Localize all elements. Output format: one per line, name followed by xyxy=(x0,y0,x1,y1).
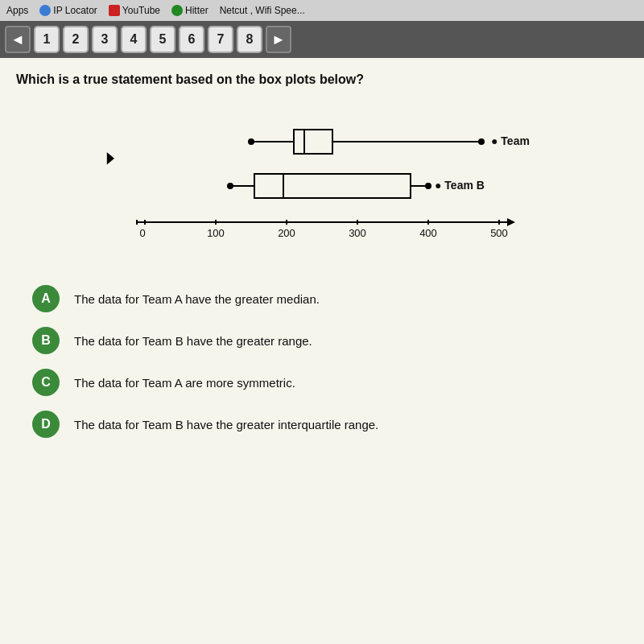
svg-text:200: 200 xyxy=(278,227,295,239)
answer-label-d: The data for Team B have the greater int… xyxy=(74,418,378,431)
svg-rect-10 xyxy=(254,174,411,198)
ip-locator-label: IP Locator xyxy=(53,5,97,16)
svg-text:300: 300 xyxy=(349,227,366,239)
tab-bar: ◄ 1 2 3 4 5 6 7 8 ► xyxy=(0,21,644,58)
tab-5[interactable]: 5 xyxy=(150,26,175,53)
next-tab-button[interactable]: ► xyxy=(266,26,291,53)
svg-text:400: 400 xyxy=(419,227,437,239)
badge-c: C xyxy=(32,369,60,396)
svg-marker-16 xyxy=(507,218,515,226)
svg-point-14 xyxy=(425,183,431,189)
tab-3[interactable]: 3 xyxy=(92,26,118,53)
svg-point-7 xyxy=(478,138,485,145)
answer-row-c[interactable]: C The data for Team A are more symmetric… xyxy=(32,369,628,396)
svg-rect-4 xyxy=(294,130,332,154)
answer-label-c: The data for Team A are more symmetric. xyxy=(74,376,295,390)
netcut-bookmark[interactable]: Netcut , Wifi Spee... xyxy=(220,5,305,16)
ip-locator-icon xyxy=(39,5,51,16)
apps-label: Apps xyxy=(6,5,28,16)
tab-7[interactable]: 7 xyxy=(208,26,233,53)
question-text: Which is a true statement based on the b… xyxy=(16,72,628,87)
hitter-icon xyxy=(171,5,183,16)
youtube-label: YouTube xyxy=(122,5,160,16)
tab-4[interactable]: 4 xyxy=(121,26,147,53)
netcut-label: Netcut , Wifi Spee... xyxy=(220,5,305,16)
answer-row-b[interactable]: B The data for Team B have the greater r… xyxy=(32,327,628,354)
answer-row-a[interactable]: A The data for Team A have the greater m… xyxy=(32,285,628,312)
badge-d: D xyxy=(32,411,60,438)
youtube-icon xyxy=(109,5,120,16)
tab-2[interactable]: 2 xyxy=(63,26,89,53)
hitter-bookmark[interactable]: Hitter xyxy=(171,5,208,16)
answer-row-d[interactable]: D The data for Team B have the greater i… xyxy=(32,411,628,438)
tab-6[interactable]: 6 xyxy=(179,26,204,53)
ip-locator-bookmark[interactable]: IP Locator xyxy=(39,5,97,16)
badge-b: B xyxy=(32,327,60,354)
tab-1[interactable]: 1 xyxy=(34,26,60,53)
youtube-bookmark[interactable]: YouTube xyxy=(109,5,160,16)
answer-label-a: The data for Team A have the greater med… xyxy=(74,292,320,306)
hitter-label: Hitter xyxy=(185,5,208,16)
team-a-label: ● Team A xyxy=(491,134,531,147)
badge-a: A xyxy=(32,285,60,312)
tab-8[interactable]: 8 xyxy=(237,26,262,53)
svg-text:500: 500 xyxy=(490,227,508,239)
main-content: ◀ Which is a true statement based on the… xyxy=(0,58,644,644)
team-b-label: ● Team B xyxy=(435,179,485,192)
bookmarks-bar: Apps IP Locator YouTube Hitter Netcut , … xyxy=(0,0,644,21)
svg-text:100: 100 xyxy=(207,227,225,239)
answer-label-b: The data for Team B have the greater ran… xyxy=(74,334,312,348)
boxplot-area: ● Team A ● Team B 0 xyxy=(16,101,628,262)
apps-bookmark[interactable]: Apps xyxy=(6,5,28,16)
boxplot-svg: ● Team A ● Team B 0 xyxy=(113,101,531,262)
prev-tab-button[interactable]: ◄ xyxy=(5,26,31,53)
svg-text:0: 0 xyxy=(139,227,145,239)
answer-choices: A The data for Team A have the greater m… xyxy=(16,285,628,438)
